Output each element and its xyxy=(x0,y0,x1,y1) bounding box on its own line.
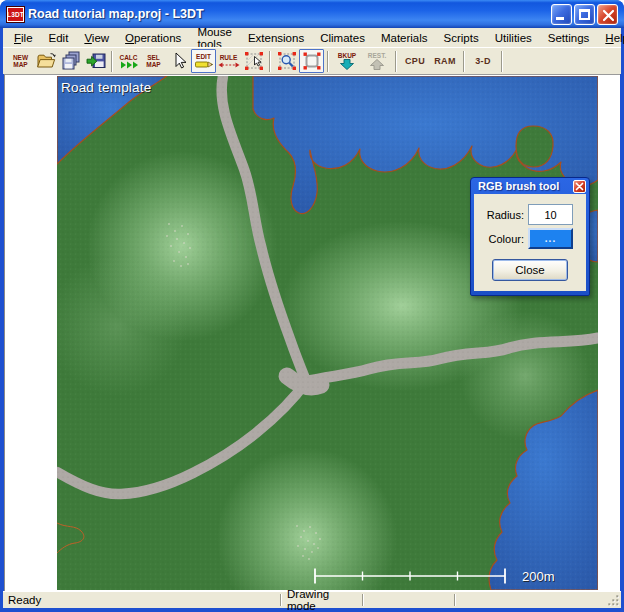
dialog-title: RGB brush tool xyxy=(478,180,559,192)
radius-label: Radius: xyxy=(480,209,528,221)
rgb-brush-tool-dialog: RGB brush tool Radius: Colour: ... Close xyxy=(470,177,590,296)
calc-play-icon xyxy=(120,61,138,69)
colour-picker-button[interactable]: ... xyxy=(528,228,573,249)
colour-label: Colour: xyxy=(480,233,528,245)
backup-down-arrow-icon xyxy=(336,59,358,70)
resize-grip-icon xyxy=(608,595,620,607)
cpu-button[interactable]: CPU xyxy=(400,49,430,73)
edit-tool-button[interactable]: EDIT xyxy=(191,49,216,73)
menu-edit[interactable]: Edit xyxy=(41,30,77,46)
cursor-arrow-icon xyxy=(168,50,190,72)
menu-file[interactable]: File xyxy=(6,30,41,46)
status-panel-4 xyxy=(456,592,606,608)
edit-label: EDIT xyxy=(196,53,211,60)
menu-extensions[interactable]: Extensions xyxy=(240,30,312,46)
menu-scripts[interactable]: Scripts xyxy=(436,30,487,46)
terrain-map[interactable] xyxy=(57,76,598,590)
menu-operations[interactable]: Operations xyxy=(117,30,189,46)
floppy-stack-icon xyxy=(60,50,82,72)
zoom-region-button[interactable] xyxy=(274,49,299,73)
toolbar-separator xyxy=(501,51,503,72)
resize-grip[interactable] xyxy=(606,592,621,608)
restore-button[interactable]: REST. xyxy=(362,49,392,73)
cursor-tool-button[interactable] xyxy=(166,49,191,73)
toolbar-separator xyxy=(327,51,329,72)
calc-button[interactable]: CALC xyxy=(116,49,141,73)
toolbar: NEWMAP xyxy=(3,47,621,74)
window-title: Road tutorial map.proj - L3DT xyxy=(28,7,551,21)
calc-label: CALC xyxy=(119,54,137,61)
scale-label: 200m xyxy=(522,569,555,584)
dialog-close-action-button[interactable]: Close xyxy=(492,259,568,281)
select-map-icon: SELMAP xyxy=(146,54,160,68)
rest-label: REST. xyxy=(368,52,386,59)
floppy-arrow-icon xyxy=(85,50,107,72)
ruler-tool-button[interactable]: RULE xyxy=(216,49,241,73)
ram-label: RAM xyxy=(434,56,455,66)
toolbar-separator xyxy=(269,51,271,72)
select-region-button[interactable] xyxy=(241,49,266,73)
status-mode: Drawing mode xyxy=(282,592,362,608)
export-map-button[interactable] xyxy=(83,49,108,73)
menu-settings[interactable]: Settings xyxy=(540,30,598,46)
menu-help[interactable]: Help xyxy=(597,30,624,46)
open-folder-icon xyxy=(35,50,57,72)
backup-button[interactable]: BKUP xyxy=(332,49,362,73)
toolbar-separator xyxy=(111,51,113,72)
status-bar: Ready Drawing mode xyxy=(3,591,621,608)
maximize-icon xyxy=(579,9,590,20)
menu-climates[interactable]: Climates xyxy=(312,30,373,46)
marquee-arrow-icon xyxy=(243,50,265,72)
close-icon xyxy=(601,8,616,23)
radius-input[interactable] xyxy=(528,204,573,225)
close-button[interactable] xyxy=(597,4,618,25)
status-ready: Ready xyxy=(3,592,280,608)
marquee-icon xyxy=(301,50,323,72)
menu-materials[interactable]: Materials xyxy=(373,30,436,46)
menu-bar: FileEditViewOperationsMouse toolsExtensi… xyxy=(3,28,621,47)
ruler-arrows-icon xyxy=(218,61,240,69)
minimize-icon xyxy=(556,17,564,20)
pencil-icon xyxy=(193,60,215,69)
new-map-icon: NEWMAP xyxy=(13,54,28,68)
dialog-close-button[interactable] xyxy=(573,180,586,193)
select-map-button[interactable]: SELMAP xyxy=(141,49,166,73)
dialog-body: Radius: Colour: ... Close xyxy=(474,194,586,291)
ram-button[interactable]: RAM xyxy=(430,49,460,73)
dialog-title-bar[interactable]: RGB brush tool xyxy=(474,178,586,194)
toolbar-separator xyxy=(395,51,397,72)
3d-view-button[interactable]: 3-D xyxy=(468,49,498,73)
app-icon: L3DT xyxy=(7,7,24,22)
save-all-button[interactable] xyxy=(58,49,83,73)
title-bar[interactable]: L3DT Road tutorial map.proj - L3DT xyxy=(0,0,624,28)
menu-utilities[interactable]: Utilities xyxy=(487,30,540,46)
3d-label: 3-D xyxy=(475,56,490,66)
terrain-map-image xyxy=(57,76,598,590)
map-overlay-title: Road template xyxy=(61,80,151,95)
close-icon xyxy=(574,181,585,192)
menu-view[interactable]: View xyxy=(76,30,117,46)
selection-marquee-button[interactable] xyxy=(299,49,324,73)
open-project-button[interactable] xyxy=(33,49,58,73)
cpu-label: CPU xyxy=(405,56,425,66)
status-panel-3 xyxy=(364,592,454,608)
new-map-button[interactable]: NEWMAP xyxy=(8,49,33,73)
rule-label: RULE xyxy=(220,54,238,61)
zoom-select-icon xyxy=(276,50,298,72)
restore-up-arrow-icon xyxy=(366,59,388,70)
minimize-button[interactable] xyxy=(551,4,572,25)
app-window: L3DT Road tutorial map.proj - L3DT FileE… xyxy=(0,0,624,612)
toolbar-separator xyxy=(463,51,465,72)
maximize-button[interactable] xyxy=(574,4,595,25)
bkup-label: BKUP xyxy=(338,52,356,59)
